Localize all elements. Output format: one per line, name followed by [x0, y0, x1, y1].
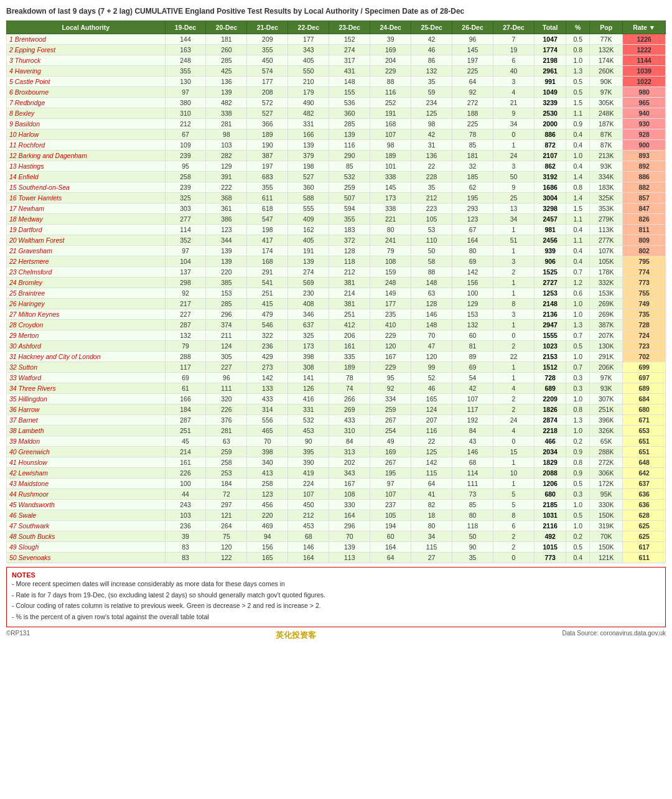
- day-cell: 163: [165, 44, 206, 55]
- pop-cell: 174K: [589, 55, 622, 65]
- day-cell: 241: [370, 235, 411, 245]
- day-cell: 114: [165, 224, 206, 235]
- pct-cell: 0.7: [566, 362, 590, 372]
- day-cell: 98: [411, 118, 452, 129]
- table-row: 42 Lewisham22625341341934319511511410208…: [7, 467, 666, 478]
- day-cell: 208: [247, 86, 288, 97]
- day-cell: 40: [493, 65, 534, 76]
- day-cell: 50: [452, 531, 493, 541]
- pop-cell: 87K: [589, 129, 622, 139]
- day-cell: 108: [329, 488, 370, 499]
- day-cell: 574: [247, 65, 288, 76]
- day-cell: 164: [329, 510, 370, 520]
- authority-cell: 35 Hillingdon: [7, 393, 166, 404]
- day-cell: 148: [411, 277, 452, 287]
- table-row: 5 Castle Point13013617721014888356439910…: [7, 76, 666, 86]
- pct-cell: 1.1: [566, 108, 590, 118]
- pct-cell: 0.5: [566, 541, 590, 552]
- pop-cell: 334K: [589, 171, 622, 182]
- total-cell: 1512: [534, 362, 566, 372]
- day-cell: 374: [206, 319, 247, 330]
- rate-cell: 702: [623, 351, 666, 362]
- day-cell: 258: [165, 171, 206, 182]
- day-cell: 254: [370, 425, 411, 436]
- day-cell: 2: [493, 393, 534, 404]
- day-cell: 32: [452, 161, 493, 171]
- authority-cell: 21 Gravesham: [7, 245, 166, 256]
- day-cell: 183: [329, 224, 370, 235]
- pop-cell: 87K: [589, 139, 622, 150]
- day-cell: 352: [165, 235, 206, 245]
- total-cell: 1686: [534, 182, 566, 192]
- day-cell: 355: [329, 213, 370, 224]
- day-cell: 114: [452, 467, 493, 478]
- day-cell: 105: [370, 510, 411, 520]
- day-cell: 380: [165, 97, 206, 108]
- day-cell: 291: [247, 266, 288, 277]
- day-cell: 156: [247, 541, 288, 552]
- day-cell: 0: [493, 552, 534, 563]
- pop-cell: 183K: [589, 182, 622, 192]
- day-cell: 3: [493, 256, 534, 266]
- authority-cell: 19 Dartford: [7, 224, 166, 235]
- day-cell: 24: [493, 414, 534, 425]
- day-cell: 120: [206, 541, 247, 552]
- day-cell: 64: [370, 552, 411, 563]
- total-cell: 3004: [534, 192, 566, 203]
- day-cell: 507: [329, 192, 370, 203]
- day-cell: 212: [329, 266, 370, 277]
- day-cell: 405: [288, 235, 329, 245]
- total-cell: 1525: [534, 266, 566, 277]
- day-cell: 123: [452, 213, 493, 224]
- pop-cell: 113K: [589, 224, 622, 235]
- day-cell: 64: [411, 478, 452, 488]
- day-cell: 116: [370, 86, 411, 97]
- day-cell: 281: [206, 118, 247, 129]
- day-cell: 9: [493, 108, 534, 118]
- day-cell: 139: [329, 541, 370, 552]
- day-cell: 225: [452, 118, 493, 129]
- day-cell: 272: [452, 97, 493, 108]
- table-row: 10 Harlow6798189166139107427808860.487K9…: [7, 129, 666, 139]
- pop-cell: 288K: [589, 446, 622, 457]
- day-cell: 142: [452, 266, 493, 277]
- day-cell: 237: [370, 499, 411, 510]
- total-cell: 886: [534, 129, 566, 139]
- day-cell: 2: [493, 266, 534, 277]
- notes-title: NOTES: [12, 571, 35, 579]
- day-cell: 331: [288, 404, 329, 414]
- pct-cell: 0.5: [566, 510, 590, 520]
- day-cell: 94: [247, 531, 288, 541]
- day-cell: 10: [493, 467, 534, 478]
- day-cell: 303: [165, 203, 206, 213]
- table-row: 48 South Bucks397594687060345024920.270K…: [7, 531, 666, 541]
- rate-cell: 651: [623, 436, 666, 446]
- table-row: 7 Redbridge38048257249053625223427221323…: [7, 97, 666, 108]
- day-cell: 92: [370, 383, 411, 393]
- day-cell: 344: [206, 235, 247, 245]
- pct-cell: 1.1: [566, 213, 590, 224]
- day-cell: 293: [452, 203, 493, 213]
- day-cell: 346: [288, 309, 329, 319]
- day-cell: 126: [288, 383, 329, 393]
- day-cell: 97: [165, 86, 206, 97]
- rate-cell: 749: [623, 298, 666, 309]
- day-cell: 35: [452, 552, 493, 563]
- table-row: 43 Maidstone1001842582241679764111112060…: [7, 478, 666, 488]
- day-cell: 3: [493, 161, 534, 171]
- rate-cell: 1226: [623, 34, 666, 44]
- authority-cell: 12 Barking and Dagenham: [7, 150, 166, 161]
- day-cell: 69: [452, 362, 493, 372]
- pct-cell: 1.4: [566, 192, 590, 203]
- day-cell: 412: [329, 319, 370, 330]
- day-cell: 541: [247, 277, 288, 287]
- day-cell: 248: [370, 277, 411, 287]
- day-cell: 78: [452, 129, 493, 139]
- day-cell: 141: [288, 372, 329, 383]
- day-cell: 35: [411, 76, 452, 86]
- authority-cell: 16 Tower Hamlets: [7, 192, 166, 203]
- day-cell: 136: [206, 76, 247, 86]
- day-cell: 264: [206, 520, 247, 531]
- day-cell: 325: [288, 330, 329, 340]
- day-cell: 594: [329, 203, 370, 213]
